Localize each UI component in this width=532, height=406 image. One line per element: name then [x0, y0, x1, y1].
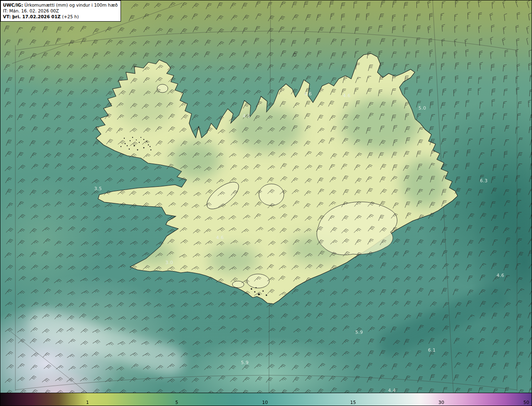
colorbar-tick-label: 30 — [438, 400, 444, 405]
field-value-label: 4.6 — [343, 93, 350, 98]
field-value-label: 3.0 — [165, 260, 173, 265]
field-value-label: 4.6 — [216, 235, 224, 240]
weather-map-frame: 4.64.65.04.56.33.54.63.04.65.96.15.94.4 … — [0, 0, 532, 406]
init-time: IT: Mán. 16. 02. 2026 00Z — [3, 8, 118, 14]
colorbar: 1510153050 — [0, 393, 532, 406]
value-labels-layer: 4.64.65.04.56.33.54.63.04.65.96.15.94.4 — [0, 0, 532, 393]
title-line: UWC/IG: Úrkomumætti (mm) og vindur i 100… — [3, 2, 118, 8]
map-title: Úrkomumætti (mm) og vindur i 100m hæð — [23, 2, 118, 7]
field-value-label: 5.9 — [241, 360, 249, 365]
valid-time: VT: þri. 17.02.2026 01Z — [3, 14, 61, 19]
field-value-label: 4.6 — [304, 91, 312, 97]
valid-time-line: VT: þri. 17.02.2026 01Z (+25 h) — [3, 14, 118, 20]
field-value-label: 4.6 — [497, 273, 504, 278]
field-value-label: 4.4 — [388, 388, 396, 393]
field-value-label: 5.9 — [355, 330, 363, 335]
valid-offset: (+25 h) — [61, 14, 79, 19]
field-value-label: 4.5 — [243, 113, 250, 119]
title-box: UWC/IG: Úrkomumætti (mm) og vindur i 100… — [0, 0, 121, 22]
field-value-label: 6.3 — [480, 178, 488, 183]
field-value-label: 6.1 — [428, 347, 436, 353]
colorbar-tick-label: 10 — [262, 400, 268, 405]
colorbar-tick-label: 1 — [86, 400, 89, 405]
colorbar-tick-label: 15 — [350, 400, 356, 405]
model-name: UWC/IG: — [3, 2, 23, 7]
colorbar-tick-label: 5 — [175, 400, 178, 405]
field-value-label: 5.0 — [419, 105, 426, 111]
colorbar-tick-label: 50 — [523, 400, 529, 405]
map-area: 4.64.65.04.56.33.54.63.04.65.96.15.94.4 … — [0, 0, 532, 393]
field-value-label: 3.5 — [94, 186, 102, 191]
colorbar-tick-row: 1510153050 — [0, 393, 532, 406]
